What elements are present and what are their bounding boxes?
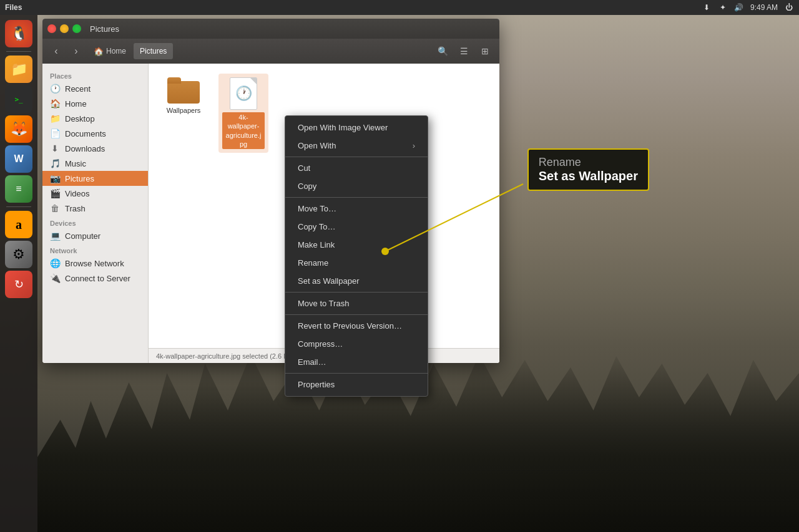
home-path-label: Home bbox=[106, 47, 126, 56]
topbar-right: ⬇ ✦ 🔊 9:49 AM ⏻ bbox=[702, 2, 794, 12]
maximize-button[interactable] bbox=[72, 24, 81, 33]
computer-label: Computer bbox=[65, 231, 100, 241]
toolbar: ‹ › 🏠 Home Pictures 🔍 ☰ ⊞ bbox=[42, 39, 499, 64]
sidebar-item-desktop[interactable]: 📁 Desktop bbox=[42, 111, 148, 126]
menu-separator-2 bbox=[285, 197, 428, 198]
compress-label: Compress… bbox=[298, 339, 343, 349]
devices-label: Devices bbox=[42, 216, 148, 228]
home-sidebar-label: Home bbox=[65, 99, 87, 109]
music-icon: 🎵 bbox=[50, 158, 60, 168]
email-label: Email… bbox=[298, 357, 326, 367]
menu-item-compress[interactable]: Compress… bbox=[285, 335, 428, 353]
menu-item-revert[interactable]: Revert to Previous Version… bbox=[285, 317, 428, 335]
dock-icon-amazon[interactable]: a bbox=[5, 211, 32, 238]
file-item-4k-wallpaper[interactable]: 🕐 4k-wallpaper-agriculture.jpg bbox=[218, 74, 268, 153]
menu-item-open-with-image-viewer[interactable]: Open With Image Viewer bbox=[285, 118, 428, 137]
tray-icon-volume[interactable]: 🔊 bbox=[734, 2, 744, 12]
menu-item-properties[interactable]: Properties bbox=[285, 375, 428, 394]
sidebar-item-pictures[interactable]: 📷 Pictures bbox=[42, 171, 148, 186]
wallpapers-label: Wallpapers bbox=[167, 106, 201, 115]
list-view-button[interactable]: ☰ bbox=[454, 42, 473, 60]
statusbar-text: 4k-wallpaper-agriculture.jpg selected (2… bbox=[156, 352, 296, 360]
minimize-button[interactable] bbox=[60, 24, 69, 33]
home-path-button[interactable]: 🏠 Home bbox=[87, 43, 132, 59]
dock-icon-update[interactable]: ↻ bbox=[5, 271, 32, 298]
connect-server-label: Connect to Server bbox=[65, 274, 130, 283]
menu-item-cut[interactable]: Cut bbox=[285, 159, 428, 177]
menu-item-email[interactable]: Email… bbox=[285, 353, 428, 371]
pictures-icon: 📷 bbox=[50, 173, 60, 183]
menu-separator-5 bbox=[285, 373, 428, 374]
menu-item-move-to-trash[interactable]: Move to Trash bbox=[285, 294, 428, 312]
close-button[interactable] bbox=[47, 24, 56, 33]
dock-icon-terminal[interactable]: >_ bbox=[5, 85, 32, 113]
sidebar-item-videos[interactable]: 🎬 Videos bbox=[42, 186, 148, 201]
desktop-icon: 📁 bbox=[50, 114, 60, 123]
menu-item-copy[interactable]: Copy bbox=[285, 177, 428, 195]
trash-icon: 🗑 bbox=[50, 203, 60, 213]
menu-item-set-as-wallpaper[interactable]: Set as Wallpaper bbox=[285, 272, 428, 290]
window-title: Pictures bbox=[90, 24, 119, 34]
dock: 🐧 📁 >_ 🦊 W ≡ a ⚙ ↻ bbox=[0, 15, 37, 532]
menu-item-make-link[interactable]: Make Link bbox=[285, 236, 428, 254]
open-with-label: Open With bbox=[298, 141, 336, 150]
file-item-wallpapers[interactable]: Wallpapers bbox=[159, 74, 208, 153]
sidebar-item-downloads[interactable]: ⬇ Downloads bbox=[42, 141, 148, 156]
sidebar-item-trash[interactable]: 🗑 Trash bbox=[42, 201, 148, 216]
grid-view-button[interactable]: ⊞ bbox=[476, 42, 494, 60]
trash-label: Trash bbox=[65, 204, 86, 213]
cut-label: Cut bbox=[298, 163, 310, 173]
dock-separator-1 bbox=[6, 51, 31, 52]
desktop-label: Desktop bbox=[65, 114, 95, 123]
sidebar-item-documents[interactable]: 📄 Documents bbox=[42, 126, 148, 141]
current-path-button[interactable]: Pictures bbox=[134, 43, 173, 59]
search-button[interactable]: 🔍 bbox=[433, 42, 452, 60]
copy-to-label: Copy To… bbox=[298, 222, 335, 231]
documents-icon: 📄 bbox=[50, 128, 60, 138]
browse-network-icon: 🌐 bbox=[50, 258, 60, 268]
4k-wallpaper-label: 4k-wallpaper-agriculture.jpg bbox=[222, 112, 265, 149]
menu-item-copy-to[interactable]: Copy To… bbox=[285, 218, 428, 236]
back-button[interactable]: ‹ bbox=[47, 42, 65, 60]
documents-label: Documents bbox=[65, 129, 106, 138]
tray-icon-power[interactable]: ⏻ bbox=[784, 2, 794, 12]
sidebar-item-home[interactable]: 🏠 Home bbox=[42, 96, 148, 111]
dock-icon-ubuntu[interactable]: 🐧 bbox=[5, 20, 32, 47]
dock-icon-firefox[interactable]: 🦊 bbox=[5, 115, 32, 143]
dock-icon-system[interactable]: ⚙ bbox=[5, 241, 32, 268]
properties-label: Properties bbox=[298, 380, 335, 389]
sidebar-item-connect-server[interactable]: 🔌 Connect to Server bbox=[42, 271, 148, 286]
app-menu-label[interactable]: Files bbox=[5, 3, 22, 12]
videos-label: Videos bbox=[65, 189, 90, 198]
open-with-image-viewer-label: Open With Image Viewer bbox=[298, 123, 388, 132]
tray-icon-1[interactable]: ⬇ bbox=[702, 2, 712, 12]
revert-label: Revert to Previous Version… bbox=[298, 321, 402, 331]
titlebar: Pictures bbox=[42, 19, 499, 39]
network-label: Network bbox=[42, 243, 148, 256]
sidebar-item-browse-network[interactable]: 🌐 Browse Network bbox=[42, 256, 148, 271]
tray-icon-bluetooth[interactable]: ✦ bbox=[718, 2, 728, 12]
menu-item-open-with[interactable]: Open With › bbox=[285, 137, 428, 155]
open-with-arrow-icon: › bbox=[413, 141, 415, 150]
dock-icon-calc[interactable]: ≡ bbox=[5, 175, 32, 203]
places-label: Places bbox=[42, 69, 148, 81]
dock-icon-writer[interactable]: W bbox=[5, 145, 32, 173]
connect-server-icon: 🔌 bbox=[50, 273, 60, 283]
clock[interactable]: 9:49 AM bbox=[750, 3, 778, 12]
computer-icon: 💻 bbox=[50, 231, 60, 241]
sidebar-item-recent[interactable]: 🕐 Recent bbox=[42, 81, 148, 96]
recent-icon: 🕐 bbox=[50, 84, 60, 94]
menu-item-rename[interactable]: Rename bbox=[285, 254, 428, 272]
sidebar-item-computer[interactable]: 💻 Computer bbox=[42, 228, 148, 243]
forward-button[interactable]: › bbox=[67, 42, 85, 60]
downloads-label: Downloads bbox=[65, 144, 105, 153]
dock-icon-files[interactable]: 📁 bbox=[5, 56, 32, 83]
sidebar-item-music[interactable]: 🎵 Music bbox=[42, 156, 148, 171]
folder-icon-wallpapers bbox=[167, 77, 200, 104]
dock-separator-2 bbox=[6, 206, 31, 207]
sidebar: Places 🕐 Recent 🏠 Home 📁 Desktop 📄 Docum… bbox=[42, 64, 149, 363]
path-bar: 🏠 Home Pictures bbox=[87, 43, 431, 59]
content-area: Places 🕐 Recent 🏠 Home 📁 Desktop 📄 Docum… bbox=[42, 64, 499, 363]
menu-item-move-to[interactable]: Move To… bbox=[285, 200, 428, 218]
rename-label: Rename bbox=[298, 258, 328, 268]
